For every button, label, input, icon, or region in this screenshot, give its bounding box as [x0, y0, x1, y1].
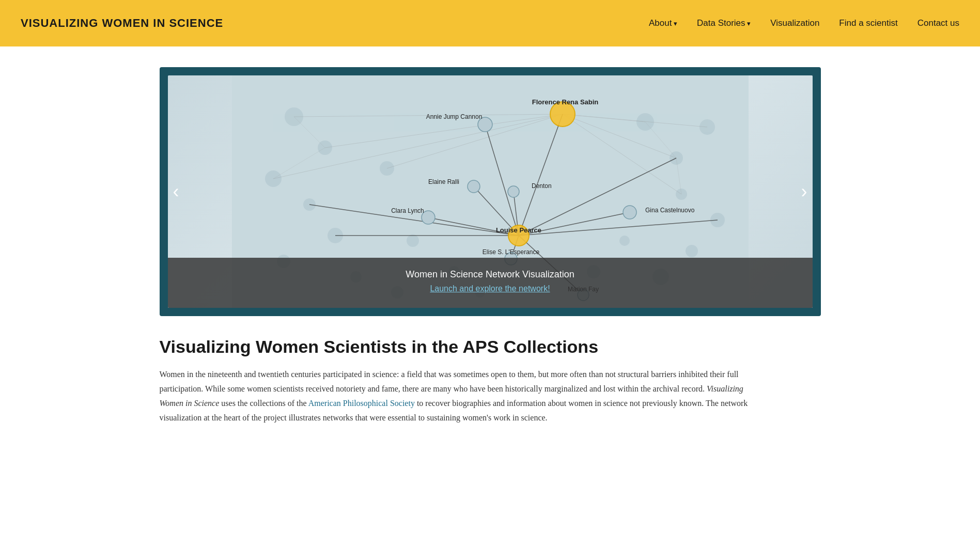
nav-link-about[interactable]: About [649, 18, 677, 28]
carousel-caption: Women in Science Network Visualization L… [168, 258, 813, 308]
main-content: Florence Rena Sabin Annie Jump Cannon El… [149, 46, 831, 456]
body-mid: uses the collections of the [219, 399, 308, 408]
carousel-inner: Florence Rena Sabin Annie Jump Cannon El… [168, 75, 813, 308]
svg-text:Elaine Ralli: Elaine Ralli [428, 178, 459, 185]
svg-text:Denton: Denton [532, 182, 552, 190]
navbar: VISUALIZING WOMEN IN SCIENCE About Data … [0, 0, 980, 46]
nav-link-visualization[interactable]: Visualization [770, 18, 819, 28]
page-body: Women in the nineteenth and twentieth ce… [160, 367, 759, 425]
svg-text:Annie Jump Cannon: Annie Jump Cannon [426, 113, 482, 120]
svg-text:Clara Lynch: Clara Lynch [391, 207, 424, 214]
svg-point-17 [619, 236, 630, 246]
body-intro: Women in the nineteenth and twentieth ce… [160, 370, 739, 393]
site-brand[interactable]: VISUALIZING WOMEN IN SCIENCE [21, 17, 223, 30]
svg-text:Louise Pearce: Louise Pearce [495, 226, 541, 234]
nav-item-about[interactable]: About [649, 18, 677, 28]
svg-text:Florence Rena Sabin: Florence Rena Sabin [532, 98, 598, 106]
nav-item-visualization[interactable]: Visualization [770, 18, 819, 28]
nav-link-contact-us[interactable]: Contact us [917, 18, 959, 28]
aps-link[interactable]: American Philosophical Society [308, 399, 415, 408]
nav-link-find-scientist[interactable]: Find a scientist [839, 18, 897, 28]
nav-item-data-stories[interactable]: Data Stories [697, 18, 751, 28]
svg-point-15 [686, 245, 698, 257]
svg-text:Elise S. L'Esperance: Elise S. L'Esperance [482, 248, 539, 256]
svg-text:Gina Castelnuovo: Gina Castelnuovo [645, 207, 695, 214]
page-title: Visualizing Women Scientists in the APS … [160, 337, 821, 357]
carousel-prev-button[interactable]: ‹ [164, 176, 189, 208]
svg-point-46 [468, 180, 480, 193]
nav-link-data-stories[interactable]: Data Stories [697, 18, 751, 28]
nav-item-find-scientist[interactable]: Find a scientist [839, 18, 897, 28]
caption-link[interactable]: Launch and explore the network! [430, 284, 550, 293]
svg-point-54 [623, 206, 636, 219]
nav-links: About Data Stories Visualization Find a … [649, 18, 959, 28]
svg-point-48 [508, 186, 519, 197]
svg-point-9 [407, 235, 419, 247]
carousel: Florence Rena Sabin Annie Jump Cannon El… [160, 67, 821, 316]
carousel-next-button[interactable]: › [792, 176, 817, 208]
caption-title: Women in Science Network Visualization [183, 269, 797, 280]
nav-item-contact-us[interactable]: Contact us [917, 18, 959, 28]
